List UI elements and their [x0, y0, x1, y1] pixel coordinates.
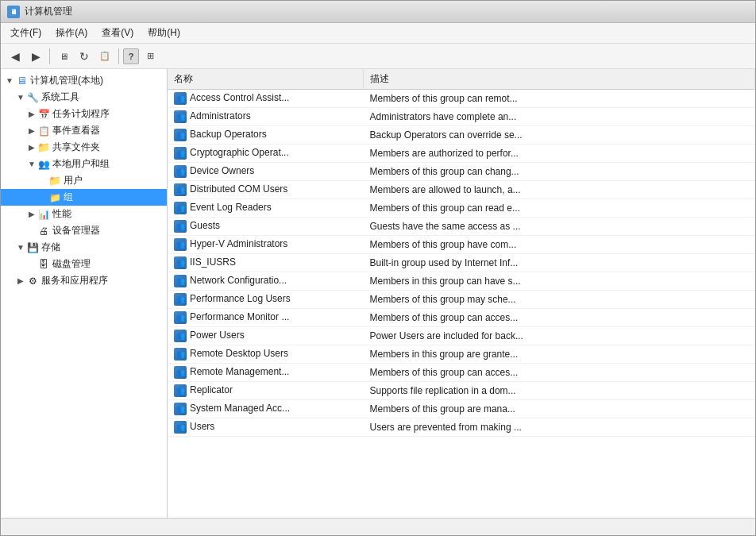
table-row[interactable]: 👥Remote Management...Members of this gro…	[168, 364, 755, 382]
group-name-cell: 👥IIS_IUSRS	[168, 254, 364, 272]
sidebar-item-system-tools-label: 系统工具	[41, 91, 79, 104]
title-bar: 🖥 计算机管理	[1, 1, 755, 23]
sidebar: ▼ 🖥 计算机管理(本地) ▼ 🔧 系统工具 ▶ 📅 任务计划程序 ▶ 📋 事件…	[1, 69, 168, 518]
sidebar-item-local-users[interactable]: ▼ 👥 本地用户和组	[1, 156, 167, 172]
table-row[interactable]: 👥Backup OperatorsBackup Operators can ov…	[168, 126, 755, 145]
table-row[interactable]: 👥Device OwnersMembers of this group can …	[168, 163, 755, 181]
group-name-cell: 👥Remote Management...	[168, 364, 364, 382]
table-row[interactable]: 👥System Managed Acc...Members of this gr…	[168, 400, 755, 418]
menu-file[interactable]: 文件(F)	[4, 25, 48, 41]
sidebar-item-shared-folders[interactable]: ▶ 📁 共享文件夹	[1, 139, 167, 156]
group-name-cell: 👥Power Users	[168, 327, 364, 345]
table-row[interactable]: 👥Hyper-V AdministratorsMembers of this g…	[168, 236, 755, 254]
group-description-cell: Users are prevented from making ...	[364, 418, 755, 437]
menu-help[interactable]: 帮助(H)	[141, 25, 187, 41]
group-icon: 👥	[174, 403, 187, 415]
sidebar-item-storage-label: 存储	[41, 241, 60, 254]
table-row[interactable]: 👥Performance Monitor ...Members of this …	[168, 309, 755, 327]
sidebar-item-local-users-label: 本地用户和组	[52, 157, 110, 171]
table-row[interactable]: 👥Remote Desktop UsersMembers in this gro…	[168, 345, 755, 364]
group-name-cell: 👥Distributed COM Users	[168, 181, 364, 199]
table-row[interactable]: 👥ReplicatorSupports file replication in …	[168, 382, 755, 400]
properties-button[interactable]: ⊞	[141, 47, 160, 66]
forward-button[interactable]: ▶	[26, 47, 45, 66]
table-row[interactable]: 👥Performance Log UsersMembers of this gr…	[168, 291, 755, 309]
table-row[interactable]: 👥UsersUsers are prevented from making ..…	[168, 418, 755, 437]
group-description-cell: Members of this group are mana...	[364, 400, 755, 418]
sidebar-item-task-scheduler[interactable]: ▶ 📅 任务计划程序	[1, 106, 167, 122]
sidebar-item-system-tools[interactable]: ▼ 🔧 系统工具	[1, 89, 167, 106]
sidebar-item-root[interactable]: ▼ 🖥 计算机管理(本地)	[1, 72, 167, 89]
table-row[interactable]: 👥Distributed COM UsersMembers are allowe…	[168, 181, 755, 199]
column-header-name[interactable]: 名称	[168, 69, 364, 90]
sidebar-item-event-viewer[interactable]: ▶ 📋 事件查看器	[1, 122, 167, 139]
toolbar-sep-1	[49, 48, 50, 64]
group-name-cell: 👥Hyper-V Administrators	[168, 236, 364, 254]
group-icon: 👥	[174, 202, 187, 214]
group-icon: 👥	[174, 165, 187, 178]
sidebar-item-device-manager[interactable]: 🖨 设备管理器	[1, 222, 167, 239]
sidebar-item-shared-label: 共享文件夹	[52, 141, 100, 154]
group-description-cell: Administrators have complete an...	[364, 108, 755, 126]
table-row[interactable]: 👥Access Control Assist...Members of this…	[168, 90, 755, 108]
device-icon: 🖨	[37, 225, 50, 237]
group-icon: 👥	[174, 366, 187, 379]
group-icon: 👥	[174, 293, 187, 306]
sidebar-item-services[interactable]: ▶ ⚙ 服务和应用程序	[1, 272, 167, 289]
group-description-cell: Members in this group are grante...	[364, 345, 755, 364]
storage-icon: 💾	[26, 241, 39, 254]
computer-icon: 🖥	[15, 75, 28, 87]
status-bar	[1, 518, 755, 535]
group-icon: 👥	[174, 421, 187, 434]
group-description-cell: Members of this group can acces...	[364, 364, 755, 382]
sidebar-item-disk-label: 磁盘管理	[52, 257, 91, 271]
column-header-description[interactable]: 描述	[364, 69, 755, 90]
content-pane: 名称 描述 👥Access Control Assist...Members o…	[168, 69, 755, 518]
table-row[interactable]: 👥Event Log ReadersMembers of this group …	[168, 199, 755, 218]
group-icon: 👥	[174, 348, 187, 361]
sidebar-item-services-label: 服务和应用程序	[41, 274, 108, 287]
system-tools-icon: 🔧	[26, 91, 39, 104]
back-button[interactable]: ◀	[6, 47, 25, 66]
group-name-cell: 👥Guests	[168, 218, 364, 236]
menu-view[interactable]: 查看(V)	[95, 25, 140, 41]
sidebar-item-groups[interactable]: 📁 组	[1, 189, 167, 206]
help-button[interactable]: ?	[123, 48, 139, 64]
sidebar-item-performance[interactable]: ▶ 📊 性能	[1, 206, 167, 222]
group-description-cell: Members of this group can acces...	[364, 309, 755, 327]
group-description-cell: Members of this group may sche...	[364, 291, 755, 309]
expand-storage: ▼	[15, 242, 26, 253]
table-row[interactable]: 👥GuestsGuests have the same access as ..…	[168, 218, 755, 236]
group-description-cell: Supports file replication in a dom...	[364, 382, 755, 400]
group-name-cell: 👥Users	[168, 418, 364, 437]
main-window: 🖥 计算机管理 文件(F) 操作(A) 查看(V) 帮助(H) ◀ ▶ 🖥 ↻ …	[0, 0, 756, 536]
services-icon: ⚙	[26, 275, 39, 287]
sidebar-item-users[interactable]: 📁 用户	[1, 172, 167, 189]
sidebar-item-disk-manager[interactable]: 🗄 磁盘管理	[1, 256, 167, 272]
group-icon: 👥	[174, 147, 187, 160]
sidebar-item-device-label: 设备管理器	[52, 224, 100, 237]
menu-action[interactable]: 操作(A)	[49, 25, 94, 41]
table-row[interactable]: 👥IIS_IUSRSBuilt-in group used by Interne…	[168, 254, 755, 272]
group-icon: 👥	[174, 330, 187, 342]
sidebar-item-storage[interactable]: ▼ 💾 存储	[1, 239, 167, 256]
group-description-cell: Members of this group have com...	[364, 236, 755, 254]
app-icon: 🖥	[7, 6, 20, 18]
export-button[interactable]: 📋	[95, 47, 114, 66]
table-row[interactable]: 👥Power UsersPower Users are included for…	[168, 327, 755, 345]
group-name-cell: 👥Event Log Readers	[168, 199, 364, 218]
show-console-tree-button[interactable]: 🖥	[54, 47, 73, 66]
table-row[interactable]: 👥AdministratorsAdministrators have compl…	[168, 108, 755, 126]
expand-shared: ▶	[26, 142, 37, 153]
group-name-cell: 👥Performance Monitor ...	[168, 309, 364, 327]
group-name-cell: 👥Administrators	[168, 108, 364, 126]
group-name-cell: 👥Backup Operators	[168, 126, 364, 145]
table-body: 👥Access Control Assist...Members of this…	[168, 90, 755, 437]
group-description-cell: Members are allowed to launch, a...	[364, 181, 755, 199]
users-folder-icon: 📁	[48, 175, 61, 187]
group-icon: 👥	[174, 183, 187, 196]
table-row[interactable]: 👥Cryptographic Operat...Members are auth…	[168, 145, 755, 163]
refresh-button[interactable]: ↻	[75, 47, 94, 66]
group-icon: 👥	[174, 220, 187, 233]
table-row[interactable]: 👥Network Configuratio...Members in this …	[168, 272, 755, 291]
